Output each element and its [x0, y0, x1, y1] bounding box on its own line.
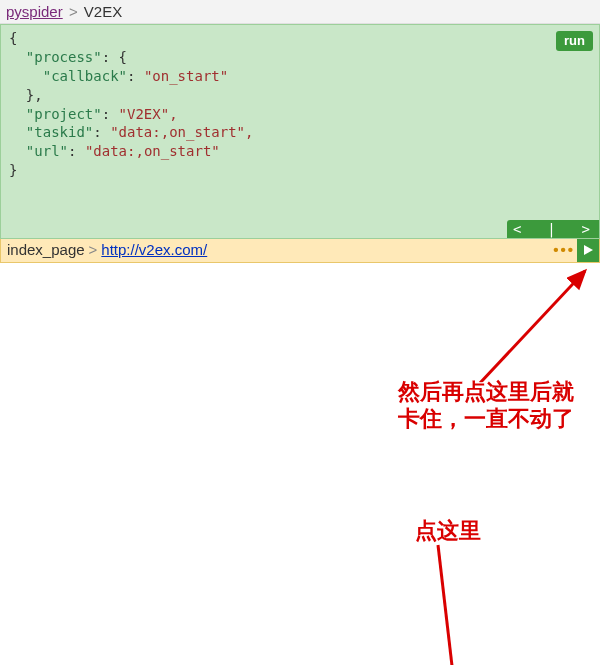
json-string: "data:,on_start",: [110, 124, 253, 140]
follow-url-link[interactable]: http://v2ex.com/: [101, 238, 207, 262]
breadcrumb-sep: >: [67, 3, 80, 20]
breadcrumb: pyspider > V2EX: [0, 0, 600, 24]
play-icon: [582, 244, 594, 256]
json-key: "project": [26, 106, 102, 122]
json-string: "V2EX",: [119, 106, 178, 122]
more-icon[interactable]: •••: [553, 238, 577, 262]
json-string: "data:,on_start": [85, 143, 220, 159]
preview-area: 然后再点这里后就 卡住，一直不动了 点这里 enable css selecto…: [0, 263, 600, 665]
breadcrumb-root-link[interactable]: pyspider: [6, 3, 63, 20]
row-sep: >: [85, 238, 102, 262]
brace-close: }: [9, 162, 17, 178]
history-nav[interactable]: < | >: [507, 220, 599, 238]
annotation-text-bottom: 点这里: [415, 517, 481, 545]
brace-close: },: [26, 87, 43, 103]
json-string: "on_start": [144, 68, 228, 84]
json-key: "process": [26, 49, 102, 65]
follow-row: index_page > http://v2ex.com/ •••: [0, 239, 600, 263]
brace-open: {: [119, 49, 127, 65]
annotation-text-top: 然后再点这里后就 卡住，一直不动了: [398, 378, 574, 433]
svg-marker-0: [584, 245, 593, 255]
json-key: "taskid": [26, 124, 93, 140]
annotation-arrow-bottom: [0, 263, 600, 665]
brace-open: {: [9, 30, 17, 46]
json-key: "url": [26, 143, 68, 159]
task-json-panel: { "process": { "callback": "on_start" },…: [0, 24, 600, 239]
annotation-arrow-top: [0, 263, 600, 665]
run-button[interactable]: run: [556, 31, 593, 51]
svg-line-2: [438, 545, 470, 665]
breadcrumb-project: V2EX: [84, 3, 122, 20]
play-button[interactable]: [577, 238, 599, 262]
json-key: "callback": [43, 68, 127, 84]
callback-name: index_page: [1, 238, 85, 262]
svg-line-1: [480, 271, 585, 383]
